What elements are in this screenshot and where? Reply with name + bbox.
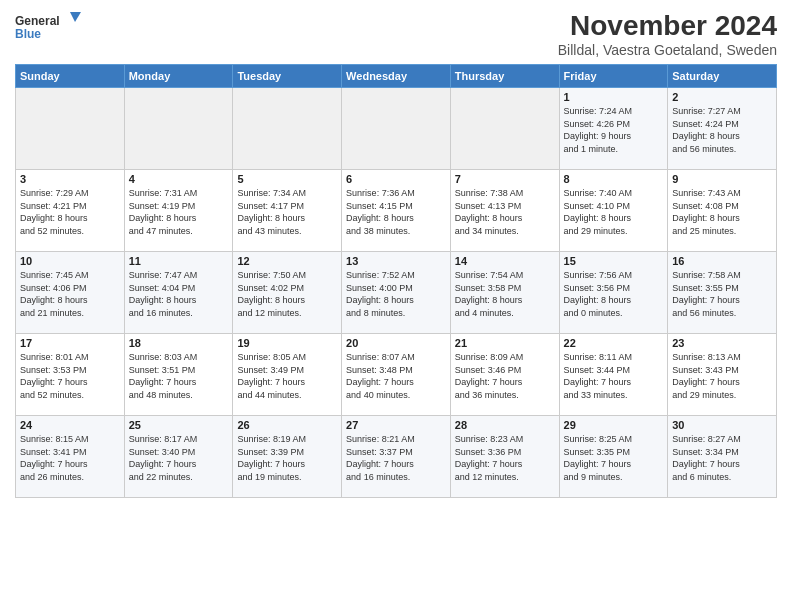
day-info: Sunrise: 8:03 AM Sunset: 3:51 PM Dayligh…: [129, 351, 229, 401]
col-sunday: Sunday: [16, 65, 125, 88]
week-row-3: 10Sunrise: 7:45 AM Sunset: 4:06 PM Dayli…: [16, 252, 777, 334]
table-row: 4Sunrise: 7:31 AM Sunset: 4:19 PM Daylig…: [124, 170, 233, 252]
day-info: Sunrise: 8:05 AM Sunset: 3:49 PM Dayligh…: [237, 351, 337, 401]
table-row: 22Sunrise: 8:11 AM Sunset: 3:44 PM Dayli…: [559, 334, 668, 416]
week-row-4: 17Sunrise: 8:01 AM Sunset: 3:53 PM Dayli…: [16, 334, 777, 416]
day-number: 30: [672, 419, 772, 431]
calendar-table: Sunday Monday Tuesday Wednesday Thursday…: [15, 64, 777, 498]
day-info: Sunrise: 8:09 AM Sunset: 3:46 PM Dayligh…: [455, 351, 555, 401]
table-row: [342, 88, 451, 170]
day-number: 18: [129, 337, 229, 349]
logo-svg: General Blue: [15, 10, 85, 46]
day-number: 25: [129, 419, 229, 431]
day-info: Sunrise: 7:34 AM Sunset: 4:17 PM Dayligh…: [237, 187, 337, 237]
calendar-header-row: Sunday Monday Tuesday Wednesday Thursday…: [16, 65, 777, 88]
day-number: 3: [20, 173, 120, 185]
col-friday: Friday: [559, 65, 668, 88]
table-row: 9Sunrise: 7:43 AM Sunset: 4:08 PM Daylig…: [668, 170, 777, 252]
day-info: Sunrise: 8:13 AM Sunset: 3:43 PM Dayligh…: [672, 351, 772, 401]
day-number: 9: [672, 173, 772, 185]
logo: General Blue: [15, 10, 85, 46]
svg-text:Blue: Blue: [15, 27, 41, 41]
day-info: Sunrise: 8:11 AM Sunset: 3:44 PM Dayligh…: [564, 351, 664, 401]
day-number: 2: [672, 91, 772, 103]
table-row: 27Sunrise: 8:21 AM Sunset: 3:37 PM Dayli…: [342, 416, 451, 498]
day-number: 12: [237, 255, 337, 267]
day-number: 5: [237, 173, 337, 185]
table-row: [16, 88, 125, 170]
day-info: Sunrise: 7:47 AM Sunset: 4:04 PM Dayligh…: [129, 269, 229, 319]
table-row: 14Sunrise: 7:54 AM Sunset: 3:58 PM Dayli…: [450, 252, 559, 334]
day-number: 22: [564, 337, 664, 349]
day-number: 23: [672, 337, 772, 349]
day-info: Sunrise: 7:43 AM Sunset: 4:08 PM Dayligh…: [672, 187, 772, 237]
day-number: 26: [237, 419, 337, 431]
day-number: 8: [564, 173, 664, 185]
table-row: 26Sunrise: 8:19 AM Sunset: 3:39 PM Dayli…: [233, 416, 342, 498]
day-info: Sunrise: 7:38 AM Sunset: 4:13 PM Dayligh…: [455, 187, 555, 237]
table-row: 3Sunrise: 7:29 AM Sunset: 4:21 PM Daylig…: [16, 170, 125, 252]
day-number: 7: [455, 173, 555, 185]
location-subtitle: Billdal, Vaestra Goetaland, Sweden: [558, 42, 777, 58]
title-block: November 2024 Billdal, Vaestra Goetaland…: [558, 10, 777, 58]
day-info: Sunrise: 7:45 AM Sunset: 4:06 PM Dayligh…: [20, 269, 120, 319]
day-number: 20: [346, 337, 446, 349]
day-info: Sunrise: 8:19 AM Sunset: 3:39 PM Dayligh…: [237, 433, 337, 483]
day-number: 14: [455, 255, 555, 267]
table-row: 8Sunrise: 7:40 AM Sunset: 4:10 PM Daylig…: [559, 170, 668, 252]
table-row: 13Sunrise: 7:52 AM Sunset: 4:00 PM Dayli…: [342, 252, 451, 334]
day-info: Sunrise: 8:23 AM Sunset: 3:36 PM Dayligh…: [455, 433, 555, 483]
day-number: 15: [564, 255, 664, 267]
table-row: 21Sunrise: 8:09 AM Sunset: 3:46 PM Dayli…: [450, 334, 559, 416]
col-thursday: Thursday: [450, 65, 559, 88]
header: General Blue November 2024 Billdal, Vaes…: [15, 10, 777, 58]
day-number: 4: [129, 173, 229, 185]
day-number: 28: [455, 419, 555, 431]
day-number: 10: [20, 255, 120, 267]
day-info: Sunrise: 7:52 AM Sunset: 4:00 PM Dayligh…: [346, 269, 446, 319]
col-tuesday: Tuesday: [233, 65, 342, 88]
table-row: 29Sunrise: 8:25 AM Sunset: 3:35 PM Dayli…: [559, 416, 668, 498]
day-number: 11: [129, 255, 229, 267]
week-row-1: 1Sunrise: 7:24 AM Sunset: 4:26 PM Daylig…: [16, 88, 777, 170]
day-number: 13: [346, 255, 446, 267]
day-info: Sunrise: 8:01 AM Sunset: 3:53 PM Dayligh…: [20, 351, 120, 401]
week-row-2: 3Sunrise: 7:29 AM Sunset: 4:21 PM Daylig…: [16, 170, 777, 252]
table-row: 16Sunrise: 7:58 AM Sunset: 3:55 PM Dayli…: [668, 252, 777, 334]
page: General Blue November 2024 Billdal, Vaes…: [0, 0, 792, 612]
day-number: 1: [564, 91, 664, 103]
day-number: 21: [455, 337, 555, 349]
table-row: 15Sunrise: 7:56 AM Sunset: 3:56 PM Dayli…: [559, 252, 668, 334]
day-info: Sunrise: 7:54 AM Sunset: 3:58 PM Dayligh…: [455, 269, 555, 319]
table-row: 17Sunrise: 8:01 AM Sunset: 3:53 PM Dayli…: [16, 334, 125, 416]
table-row: 20Sunrise: 8:07 AM Sunset: 3:48 PM Dayli…: [342, 334, 451, 416]
day-number: 19: [237, 337, 337, 349]
table-row: [233, 88, 342, 170]
svg-marker-2: [70, 12, 81, 22]
day-info: Sunrise: 7:56 AM Sunset: 3:56 PM Dayligh…: [564, 269, 664, 319]
col-saturday: Saturday: [668, 65, 777, 88]
col-wednesday: Wednesday: [342, 65, 451, 88]
day-number: 17: [20, 337, 120, 349]
day-number: 6: [346, 173, 446, 185]
table-row: [124, 88, 233, 170]
table-row: 5Sunrise: 7:34 AM Sunset: 4:17 PM Daylig…: [233, 170, 342, 252]
day-info: Sunrise: 7:40 AM Sunset: 4:10 PM Dayligh…: [564, 187, 664, 237]
table-row: 25Sunrise: 8:17 AM Sunset: 3:40 PM Dayli…: [124, 416, 233, 498]
day-info: Sunrise: 7:24 AM Sunset: 4:26 PM Dayligh…: [564, 105, 664, 155]
month-title: November 2024: [558, 10, 777, 42]
day-number: 29: [564, 419, 664, 431]
day-info: Sunrise: 7:31 AM Sunset: 4:19 PM Dayligh…: [129, 187, 229, 237]
week-row-5: 24Sunrise: 8:15 AM Sunset: 3:41 PM Dayli…: [16, 416, 777, 498]
table-row: 6Sunrise: 7:36 AM Sunset: 4:15 PM Daylig…: [342, 170, 451, 252]
table-row: 2Sunrise: 7:27 AM Sunset: 4:24 PM Daylig…: [668, 88, 777, 170]
day-number: 16: [672, 255, 772, 267]
table-row: 1Sunrise: 7:24 AM Sunset: 4:26 PM Daylig…: [559, 88, 668, 170]
svg-text:General: General: [15, 14, 60, 28]
table-row: 18Sunrise: 8:03 AM Sunset: 3:51 PM Dayli…: [124, 334, 233, 416]
day-info: Sunrise: 7:58 AM Sunset: 3:55 PM Dayligh…: [672, 269, 772, 319]
table-row: 30Sunrise: 8:27 AM Sunset: 3:34 PM Dayli…: [668, 416, 777, 498]
day-info: Sunrise: 8:15 AM Sunset: 3:41 PM Dayligh…: [20, 433, 120, 483]
day-info: Sunrise: 7:36 AM Sunset: 4:15 PM Dayligh…: [346, 187, 446, 237]
table-row: [450, 88, 559, 170]
